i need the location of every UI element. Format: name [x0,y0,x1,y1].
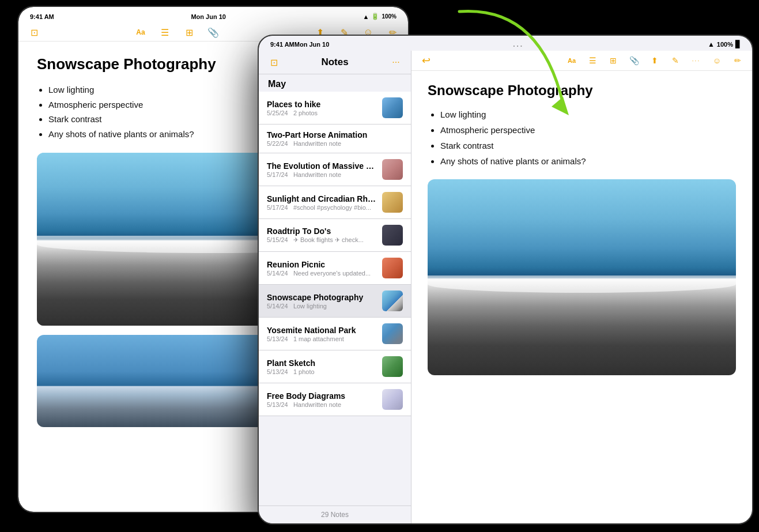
note-road-preview: ✈ Book flights ✈ check... [293,236,364,243]
note-item-star[interactable]: The Evolution of Massive Star... 5/17/24… [259,153,411,186]
note-item-places[interactable]: Places to hike 5/25/24 2 photos [259,92,411,124]
wifi-icon: ▲ [363,13,369,20]
note-item-places-title: Places to hike [267,100,377,109]
detail-share-icon[interactable]: ⬆ [648,54,661,67]
sidebar-toggle-icon[interactable]: ⊡ [28,26,40,39]
front-date: Mon Jun 10 [294,41,330,48]
notes-section-may: May [259,74,411,92]
note-item-road-content: Roadtrip To Do's 5/15/24 ✈ Book flights … [267,227,377,244]
split-view: ⊡ Notes ··· May Places to hike 5/25/24 [259,51,752,523]
detail-note-title: Snowscape Photography [428,82,736,99]
note-horse-date: 5/22/24 [267,140,288,147]
note-item-picnic-content: Reunion Picnic 5/14/24 Need everyone's u… [267,260,377,277]
note-item-horse-content: Two-Part Horse Animation 5/22/24 Handwri… [267,130,403,147]
note-item-sun[interactable]: Sunlight and Circadian Rhyth... 5/17/24 … [259,186,411,219]
note-snow-date: 5/14/24 [267,303,288,310]
note-item-snow-content: Snowscape Photography 5/14/24 Low lighti… [267,293,377,310]
note-item-body[interactable]: Free Body Diagrams 5/13/24 Handwritten n… [259,383,411,416]
front-time: 9:41 AM [270,41,294,48]
note-snow-preview: Low lighting [293,303,327,310]
note-item-body-content: Free Body Diagrams 5/13/24 Handwritten n… [267,391,377,408]
back-time: 9:41 AM [30,13,54,20]
note-item-body-meta: 5/13/24 Handwritten note [267,401,377,408]
note-sun-date: 5/17/24 [267,204,288,211]
detail-attach-icon[interactable]: 📎 [628,54,640,67]
note-item-plant-content: Plant Sketch 5/13/24 1 photo [267,359,377,375]
notes-panel-title: Notes [281,56,389,68]
note-item-road[interactable]: Roadtrip To Do's 5/15/24 ✈ Book flights … [259,219,411,252]
attach-icon[interactable]: 📎 [207,26,220,39]
note-item-plant[interactable]: Plant Sketch 5/13/24 1 photo [259,350,411,383]
note-item-road-meta: 5/15/24 ✈ Book flights ✈ check... [267,236,377,244]
front-status-icons: ▲ 100% ▊ [708,40,741,48]
detail-bullet-4: Any shots of native plants or animals? [440,153,736,169]
detail-more-icon[interactable]: ··· [690,54,703,67]
note-item-picnic-meta: 5/14/24 Need everyone's updated... [267,270,377,277]
note-plant-thumb [382,356,403,377]
note-places-thumb [382,97,403,118]
note-horse-preview: Handwritten note [293,140,341,147]
note-item-road-title: Roadtrip To Do's [267,227,377,236]
note-item-yosemite[interactable]: Yosemite National Park 5/13/24 1 map att… [259,318,411,350]
note-yosemite-preview: 1 map attachment [293,335,344,342]
detail-checklist-icon[interactable]: ☰ [586,54,599,67]
note-item-horse-meta: 5/22/24 Handwritten note [267,140,403,147]
back-status-icons: ▲ 🔋 100% [363,13,397,20]
detail-bullet-3: Stark contrast [440,138,736,153]
note-item-yosemite-meta: 5/13/24 1 map attachment [267,335,377,342]
note-picnic-thumb [382,258,403,278]
note-places-date: 5/25/24 [267,110,288,116]
detail-note-bullets: Low lighting Atmospheric perspective Sta… [428,107,736,169]
note-yosemite-date: 5/13/24 [267,335,288,342]
note-sun-preview: #school #psychology #bio... [293,204,371,211]
checklist-icon[interactable]: ☰ [158,26,171,39]
notes-sidebar-icon[interactable]: ⊡ [267,55,281,69]
front-wifi-icon: ▲ [708,40,715,48]
front-battery-label: 100% [717,41,733,48]
detail-bullet-2: Atmospheric perspective [440,122,736,138]
note-item-star-content: The Evolution of Massive Star... 5/17/24… [267,161,377,178]
back-status-bar: 9:41 AM Mon Jun 10 ▲ 🔋 100% [18,7,408,24]
notes-panel: ⊡ Notes ··· May Places to hike 5/25/24 [259,51,411,523]
note-body-date: 5/13/24 [267,401,288,408]
front-battery-icon: ▊ [735,40,741,48]
note-sun-thumb [382,192,403,213]
detail-emoji-icon[interactable]: ☺ [711,54,723,67]
note-star-thumb [382,159,403,180]
battery-icon: 🔋 [371,13,379,20]
note-item-sun-meta: 5/17/24 #school #psychology #bio... [267,204,377,211]
note-item-plant-meta: 5/13/24 1 photo [267,368,377,375]
detail-compose-icon[interactable]: ✏ [731,54,744,67]
back-date: Mon Jun 10 [191,13,226,20]
note-detail-panel: ↩ Aa ☰ ⊞ 📎 ⬆ ✎ ··· ☺ ✏ Snowscape Photogr… [411,51,752,523]
note-item-star-title: The Evolution of Massive Star... [267,161,377,171]
note-item-picnic-title: Reunion Picnic [267,260,377,269]
front-ipad: 9:41 AM Mon Jun 10 ... ▲ 100% ▊ ⊡ Notes … [258,35,753,525]
front-status-bar: 9:41 AM Mon Jun 10 ... ▲ 100% ▊ [259,36,752,51]
note-plant-preview: 1 photo [293,368,315,375]
detail-bullet-1: Low lighting [440,107,736,122]
note-item-yosemite-content: Yosemite National Park 5/13/24 1 map att… [267,326,377,342]
detail-format-icon[interactable]: Aa [565,54,578,67]
detail-table-icon[interactable]: ⊞ [607,54,620,67]
note-item-snow[interactable]: Snowscape Photography 5/14/24 Low lighti… [259,285,411,318]
note-places-preview: 2 photos [293,110,318,116]
table-icon[interactable]: ⊞ [183,26,195,39]
note-item-horse[interactable]: Two-Part Horse Animation 5/22/24 Handwri… [259,124,411,153]
format-icon[interactable]: Aa [134,26,147,39]
notes-list: Places to hike 5/25/24 2 photos Two-Part… [259,92,411,505]
note-item-picnic[interactable]: Reunion Picnic 5/14/24 Need everyone's u… [259,252,411,285]
note-star-date: 5/17/24 [267,171,288,178]
note-item-sun-content: Sunlight and Circadian Rhyth... 5/17/24 … [267,194,377,211]
note-item-sun-title: Sunlight and Circadian Rhyth... [267,194,377,203]
notes-more-icon[interactable]: ··· [389,55,403,69]
back-battery: 100% [382,13,397,20]
note-item-plant-title: Plant Sketch [267,359,377,368]
note-item-star-meta: 5/17/24 Handwritten note [267,171,377,178]
detail-back-icon[interactable]: ↩ [420,54,432,67]
note-item-places-content: Places to hike 5/25/24 2 photos [267,100,377,116]
detail-markup-icon[interactable]: ✎ [669,54,682,67]
detail-content: Snowscape Photography Low lighting Atmos… [411,71,752,523]
front-ipad-screen: 9:41 AM Mon Jun 10 ... ▲ 100% ▊ ⊡ Notes … [259,36,752,523]
note-item-horse-title: Two-Part Horse Animation [267,130,403,139]
